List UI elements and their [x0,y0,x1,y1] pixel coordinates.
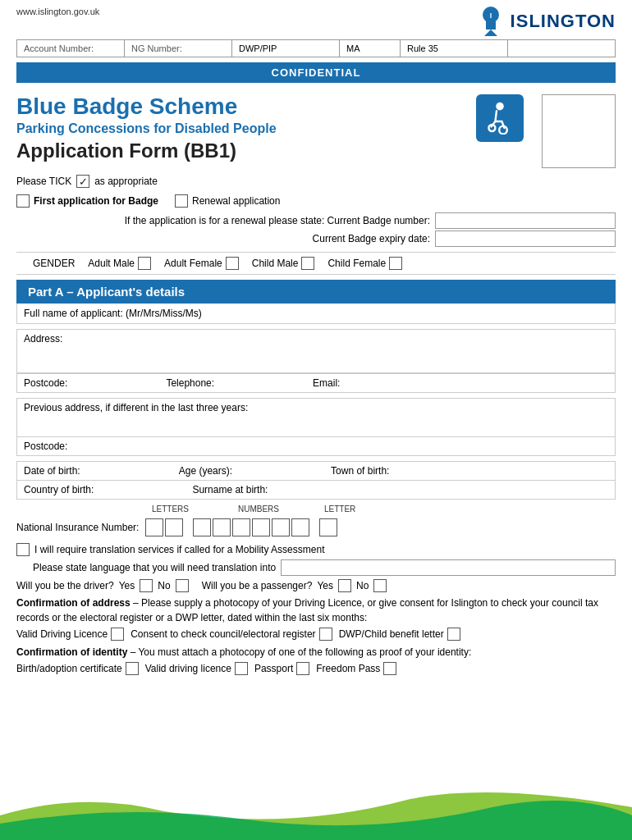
ni-numbers-boxes [193,518,309,536]
badge-number-input[interactable] [435,212,616,229]
passenger-no-checkbox[interactable] [373,579,387,592]
freedom-pass-item: Freedom Pass [316,661,396,676]
passenger-yes-label: Yes [317,580,333,591]
scheme-subtitle: Parking Concessions for Disabled People [16,121,463,136]
ni-letter-box-2[interactable] [165,518,183,536]
conf-identity-bold: Confirmation of identity [16,646,127,658]
driver-no-label: No [158,580,170,591]
svg-rect-1 [486,21,496,30]
ni-num-box-6[interactable] [291,518,309,536]
title-left: Blue Badge Scheme Parking Concessions fo… [16,94,463,162]
postcode-space [84,377,149,389]
driver-no-checkbox[interactable] [176,579,189,592]
prev-address-block: Previous address, if different in the la… [16,398,616,456]
address-line: Address: [17,330,615,373]
part-a-header: Part A – Applicant's details [16,280,616,304]
account-number-cell: Account Number: [17,40,125,57]
first-app-checkbox[interactable] [16,194,30,208]
country-label: Country of birth: [24,484,94,495]
consent-item: Consent to check council/electoral regis… [131,627,332,641]
adult-male-checkbox[interactable] [138,257,151,270]
page: www.islington.gov.uk I ISLINGTON Account… [0,0,632,840]
confirmation-identity-section: Confirmation of identity – You must atta… [16,645,616,676]
ni-headers: LETTERS NUMBERS LETTER [16,504,616,514]
prev-postcode-label: Postcode: [24,441,67,452]
child-male-checkbox[interactable] [301,257,314,270]
photo-box [542,94,616,168]
tick-checkbox[interactable]: ✓ [76,175,89,188]
renewal-fields: If the application is for a renewal plea… [0,211,632,249]
ni-num-box-5[interactable] [272,518,290,536]
ni-letter-header: LETTER [324,504,349,514]
driver-yes-label: Yes [119,580,135,591]
full-name-field: Full name of applicant: (Mr/Mrs/Miss/Ms) [17,304,615,323]
wheelchair-icon [476,94,524,142]
translation-checkbox-label: I will require translation services if c… [34,544,324,555]
ni-final-letter-box [319,518,337,536]
full-name-section: Full name of applicant: (Mr/Mrs/Miss/Ms) [16,304,616,324]
passport-checkbox[interactable] [296,662,309,675]
ng-number-cell: NG Number: [125,40,232,57]
ni-letters-header: LETTERS [148,504,193,514]
ma-label: MA [346,43,360,53]
conf-identity-options: Birth/adoption certificate Valid driving… [16,661,616,676]
conf-address-text: Confirmation of address – Please supply … [16,596,616,625]
language-input[interactable] [281,559,616,576]
driver-yes-checkbox[interactable] [140,579,153,592]
ni-num-box-2[interactable] [213,518,231,536]
adult-female-checkbox[interactable] [226,257,239,270]
valid-driving-licence-id-checkbox[interactable] [235,662,248,675]
consent-checkbox[interactable] [319,628,332,641]
ni-numbers-header: NUMBERS [193,504,324,514]
svg-text:I: I [489,11,492,20]
ni-num-box-4[interactable] [252,518,270,536]
conf-address-bold: Confirmation of address [16,597,131,609]
passenger-no-label: No [356,580,369,591]
svg-point-6 [488,125,495,131]
renewal-app-checkbox[interactable] [175,194,188,208]
first-app-label: First application for Badge [34,195,158,207]
dwp-checkbox[interactable] [447,628,460,641]
renewal-app-item: Renewal application [175,194,280,208]
consent-label: Consent to check council/electoral regis… [131,627,315,641]
rule35-value-cell [508,40,615,57]
page-header: www.islington.gov.uk I ISLINGTON [0,0,632,39]
gender-label: GENDER [33,258,75,269]
as-appropriate-label: as appropriate [94,176,158,187]
tick-area: Please TICK ✓ as appropriate [0,171,632,191]
confidential-bar: CONFIDENTIAL [16,62,616,83]
logo-text: ISLINGTON [511,11,616,32]
translation-checkbox[interactable] [16,543,30,556]
gender-row: GENDER Adult Male Adult Female Child Mal… [16,252,616,275]
conf-identity-detail: – You must attach a photocopy of one of … [131,646,472,658]
expiry-input[interactable] [435,231,616,247]
valid-driving-licence-label: Valid Driving Licence [16,627,108,641]
conf-identity-text: Confirmation of identity – You must atta… [16,645,616,660]
translation-checkbox-row: I will require translation services if c… [16,543,616,556]
surname-label: Surname at birth: [192,484,268,495]
badge-number-label: If the application is for a renewal plea… [125,215,430,226]
valid-driving-licence-id-item: Valid driving licence [145,661,248,676]
ni-letter-final[interactable] [319,518,337,536]
rule35-label: Rule 35 [407,43,438,53]
dob-row1: Date of birth: Age (years): Town of birt… [17,462,615,481]
passport-item: Passport [254,661,309,676]
ni-num-box-3[interactable] [232,518,250,536]
translation-section: I will require translation services if c… [16,543,616,576]
address-label: Address: [24,333,62,345]
ni-num-box-1[interactable] [193,518,211,536]
conf-address-options: Valid Driving Licence Consent to check c… [16,627,616,641]
dwp-item: DWP/Child benefit letter [339,627,460,641]
freedom-pass-checkbox[interactable] [383,662,396,675]
birth-certificate-checkbox[interactable] [126,662,139,675]
wheelchair-svg [483,102,516,135]
ng-number-label: NG Number: [131,43,225,53]
form-title: Application Form (BB1) [16,139,463,162]
ni-letter-box-1[interactable] [145,518,163,536]
valid-driving-licence-checkbox[interactable] [111,628,124,641]
translation-input-row: Please state language that you will need… [16,559,616,576]
dwp-pip-label: DWP/PIP [239,43,277,53]
badge-number-row: If the application is for a renewal plea… [16,212,616,229]
passenger-yes-checkbox[interactable] [338,579,351,592]
child-female-checkbox[interactable] [389,257,402,270]
